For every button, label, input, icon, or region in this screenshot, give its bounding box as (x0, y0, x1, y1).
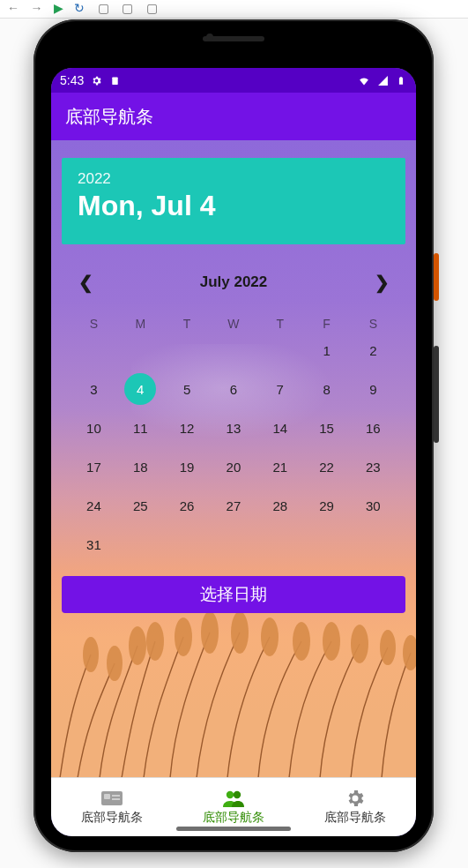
weekday-label: T (256, 317, 303, 331)
ide-toolbar: ← → ▶ ↻ ▢ ▢ ▢ (0, 0, 468, 19)
nav-item-label: 底部导航条 (81, 810, 143, 826)
gear-icon (344, 789, 367, 808)
calendar-day-cell[interactable]: 25 (117, 490, 164, 521)
calendar-day-cell[interactable]: 8 (303, 373, 350, 405)
svg-point-19 (234, 791, 241, 798)
calendar-day-cell[interactable]: 17 (71, 451, 117, 483)
toolbar-icon-a[interactable]: ▢ (98, 1, 109, 15)
calendar-week-row: 10111213141516 (71, 408, 397, 447)
status-time: 5:43 (60, 73, 84, 87)
history-forward-icon[interactable]: → (30, 1, 42, 15)
calendar-weekday-row: S M T W T F S (71, 317, 397, 331)
calendar-day-cell[interactable]: 18 (117, 451, 164, 483)
calendar-week-row: 31 (71, 525, 397, 564)
calendar-day-cell[interactable]: 6 (210, 373, 256, 405)
calendar-empty-cell (117, 333, 164, 368)
calendar-empty-cell (210, 333, 256, 368)
calendar-empty-cell (164, 333, 211, 368)
calendar-day-cell[interactable]: 7 (256, 373, 303, 405)
calendar-day-cell[interactable]: 19 (164, 451, 211, 483)
calendar-day-cell[interactable]: 1 (303, 334, 350, 366)
svg-point-18 (227, 791, 234, 798)
calendar-empty-cell (117, 528, 164, 562)
date-header-date[interactable]: Mon, Jul 4 (78, 190, 390, 222)
app-bar-title: 底部导航条 (65, 105, 153, 129)
calendar-day-cell[interactable]: 29 (303, 490, 350, 521)
calendar-day-cell[interactable]: 28 (256, 490, 303, 521)
status-bar: 5:43 (51, 68, 416, 93)
run-icon[interactable]: ▶ (54, 1, 63, 15)
toolbar-icon-c[interactable]: ▢ (146, 1, 158, 15)
people-icon (222, 789, 245, 808)
weekday-label: S (350, 317, 397, 331)
svg-rect-16 (112, 795, 120, 797)
calendar-day-cell[interactable]: 12 (164, 412, 211, 444)
calendar-day-cell[interactable]: 3 (71, 373, 117, 405)
chevron-left-icon[interactable]: ❮ (71, 272, 100, 293)
toolbar-icon-b[interactable]: ▢ (122, 1, 133, 15)
calendar-day-cell[interactable]: 27 (210, 490, 256, 521)
date-header-year[interactable]: 2022 (78, 170, 390, 188)
calendar-day-cell[interactable]: 24 (71, 490, 117, 521)
app-bar: 底部导航条 (51, 93, 416, 140)
weekday-label: T (164, 317, 211, 331)
calendar-day-cell[interactable]: 11 (117, 412, 164, 444)
gear-icon (90, 75, 102, 86)
calendar-day-cell[interactable]: 9 (350, 373, 397, 405)
calendar-day-cell[interactable]: 20 (210, 451, 256, 483)
battery-saver-icon (108, 75, 121, 86)
nav-item-label: 底部导航条 (203, 810, 264, 826)
svg-rect-17 (112, 798, 120, 800)
signal-icon (376, 75, 389, 86)
calendar-day-cell[interactable]: 10 (71, 412, 117, 444)
calendar: ❮ July 2022 ❯ S M T W T F S 123456789101… (71, 264, 397, 564)
chevron-right-icon[interactable]: ❯ (367, 272, 397, 293)
wifi-icon (358, 75, 370, 86)
weekday-label: S (71, 317, 117, 331)
calendar-day-cell[interactable]: 21 (256, 451, 303, 483)
calendar-day-cell[interactable]: 23 (350, 451, 397, 483)
calendar-empty-cell (350, 528, 397, 562)
calendar-empty-cell (256, 528, 303, 562)
calendar-week-row: 3456789 (71, 370, 397, 408)
select-date-button-label: 选择日期 (200, 583, 267, 606)
id-card-icon (100, 789, 123, 808)
calendar-empty-cell (164, 528, 211, 562)
battery-icon (395, 74, 407, 87)
calendar-day-cell[interactable]: 13 (210, 412, 256, 444)
svg-rect-0 (112, 77, 117, 85)
weekday-label: F (303, 317, 350, 331)
calendar-day-cell[interactable]: 30 (350, 490, 397, 521)
calendar-week-row: 17181920212223 (71, 447, 397, 486)
restart-icon[interactable]: ↻ (74, 1, 85, 15)
calendar-day-cell[interactable]: 15 (303, 412, 350, 444)
calendar-day-cell[interactable]: 5 (164, 373, 211, 405)
calendar-day-cell[interactable]: 16 (350, 412, 397, 444)
volume-button[interactable] (434, 346, 439, 443)
select-date-button[interactable]: 选择日期 (62, 576, 405, 613)
calendar-empty-cell (210, 528, 256, 562)
power-button[interactable] (434, 253, 439, 301)
content-area: 2022 Mon, Jul 4 ❮ July 2022 ❯ S M T W (51, 140, 416, 778)
calendar-day-cell[interactable]: 31 (71, 528, 117, 560)
nav-item-2[interactable]: 底部导航条 (294, 778, 416, 836)
calendar-empty-cell (71, 333, 117, 368)
calendar-body: 1234567891011121314151617181920212223242… (71, 331, 397, 564)
calendar-day-cell[interactable]: 2 (350, 334, 397, 366)
calendar-day-cell[interactable]: 14 (256, 412, 303, 444)
nav-item-0[interactable]: 底部导航条 (51, 778, 173, 836)
calendar-day-cell[interactable]: 22 (303, 451, 350, 483)
calendar-day-cell[interactable]: 4 (117, 373, 164, 405)
date-header-card: 2022 Mon, Jul 4 (62, 158, 405, 244)
history-back-icon[interactable]: ← (7, 1, 19, 15)
calendar-day-cell[interactable]: 26 (164, 490, 211, 521)
home-indicator[interactable] (176, 827, 291, 831)
weekday-label: M (117, 317, 164, 331)
screen: 5:43 (51, 68, 416, 836)
weekday-label: W (210, 317, 256, 331)
calendar-empty-cell (303, 528, 350, 562)
nav-item-label: 底部导航条 (324, 810, 386, 826)
calendar-month-title: July 2022 (100, 273, 367, 291)
calendar-week-row: 24252627282930 (71, 486, 397, 525)
calendar-header: ❮ July 2022 ❯ (71, 264, 397, 301)
